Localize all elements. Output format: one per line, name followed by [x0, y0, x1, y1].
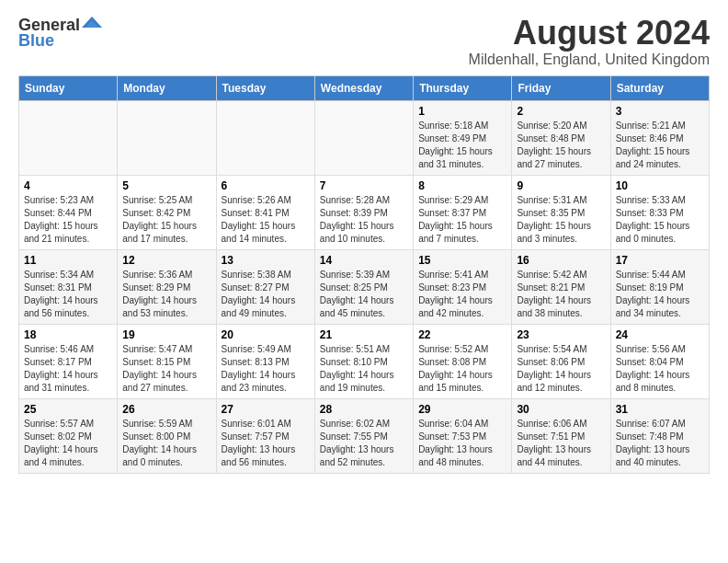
cell-details: Sunrise: 5:56 AM Sunset: 8:04 PM Dayligh… [616, 343, 704, 395]
calendar-cell: 21Sunrise: 5:51 AM Sunset: 8:10 PM Dayli… [314, 324, 413, 398]
cell-details: Sunrise: 6:02 AM Sunset: 7:55 PM Dayligh… [320, 418, 408, 469]
cell-details: Sunrise: 5:23 AM Sunset: 8:44 PM Dayligh… [24, 194, 112, 246]
cell-details: Sunrise: 6:01 AM Sunset: 7:57 PM Dayligh… [222, 418, 310, 469]
day-number: 28 [320, 403, 408, 416]
day-number: 3 [616, 105, 704, 118]
column-header-saturday: Saturday [610, 75, 709, 100]
cell-details: Sunrise: 5:57 AM Sunset: 8:02 PM Dayligh… [24, 418, 112, 469]
logo: General Blue [18, 15, 102, 51]
cell-details: Sunrise: 5:18 AM Sunset: 8:49 PM Dayligh… [418, 120, 506, 171]
cell-details: Sunrise: 5:34 AM Sunset: 8:31 PM Dayligh… [24, 269, 112, 320]
day-number: 14 [320, 254, 408, 267]
calendar-cell: 27Sunrise: 6:01 AM Sunset: 7:57 PM Dayli… [216, 398, 314, 473]
cell-details: Sunrise: 5:28 AM Sunset: 8:39 PM Dayligh… [320, 194, 408, 246]
calendar-cell: 23Sunrise: 5:54 AM Sunset: 8:06 PM Dayli… [512, 324, 610, 398]
cell-details: Sunrise: 5:25 AM Sunset: 8:42 PM Dayligh… [122, 194, 210, 246]
calendar-cell: 9Sunrise: 5:31 AM Sunset: 8:35 PM Daylig… [512, 175, 610, 249]
day-number: 23 [517, 328, 605, 341]
calendar-cell: 1Sunrise: 5:18 AM Sunset: 8:49 PM Daylig… [414, 100, 512, 175]
day-number: 20 [222, 328, 310, 341]
day-number: 27 [222, 403, 310, 416]
day-number: 9 [517, 179, 605, 192]
cell-details: Sunrise: 5:38 AM Sunset: 8:27 PM Dayligh… [222, 269, 310, 320]
cell-details: Sunrise: 6:06 AM Sunset: 7:51 PM Dayligh… [517, 418, 605, 469]
day-number: 4 [24, 179, 112, 192]
day-number: 31 [616, 403, 704, 416]
day-number: 29 [418, 403, 506, 416]
cell-details: Sunrise: 5:46 AM Sunset: 8:17 PM Dayligh… [24, 343, 112, 395]
cell-details: Sunrise: 5:29 AM Sunset: 8:37 PM Dayligh… [418, 194, 506, 246]
day-number: 10 [616, 179, 704, 192]
calendar-week-row: 11Sunrise: 5:34 AM Sunset: 8:31 PM Dayli… [19, 249, 710, 324]
day-number: 30 [517, 403, 605, 416]
day-number: 6 [222, 179, 310, 192]
logo-blue: Blue [18, 31, 54, 51]
calendar-cell [216, 100, 314, 175]
cell-details: Sunrise: 5:44 AM Sunset: 8:19 PM Dayligh… [616, 269, 704, 320]
calendar-cell: 16Sunrise: 5:42 AM Sunset: 8:21 PM Dayli… [512, 249, 610, 324]
column-header-wednesday: Wednesday [314, 75, 413, 100]
column-header-monday: Monday [118, 75, 216, 100]
calendar-cell: 2Sunrise: 5:20 AM Sunset: 8:48 PM Daylig… [512, 100, 610, 175]
cell-details: Sunrise: 6:04 AM Sunset: 7:53 PM Dayligh… [418, 418, 506, 469]
page-header: General Blue August 2024 Mildenhall, Eng… [18, 15, 710, 68]
cell-details: Sunrise: 5:52 AM Sunset: 8:08 PM Dayligh… [418, 343, 506, 395]
day-number: 26 [122, 403, 210, 416]
calendar-cell: 31Sunrise: 6:07 AM Sunset: 7:48 PM Dayli… [610, 398, 709, 473]
cell-details: Sunrise: 5:54 AM Sunset: 8:06 PM Dayligh… [517, 343, 605, 395]
calendar-cell: 8Sunrise: 5:29 AM Sunset: 8:37 PM Daylig… [414, 175, 512, 249]
day-number: 13 [222, 254, 310, 267]
column-header-tuesday: Tuesday [216, 75, 314, 100]
day-number: 24 [616, 328, 704, 341]
calendar-cell: 28Sunrise: 6:02 AM Sunset: 7:55 PM Dayli… [314, 398, 413, 473]
day-number: 16 [517, 254, 605, 267]
calendar-header-row: SundayMondayTuesdayWednesdayThursdayFrid… [19, 75, 710, 100]
day-number: 15 [418, 254, 506, 267]
day-number: 22 [418, 328, 506, 341]
calendar-cell: 12Sunrise: 5:36 AM Sunset: 8:29 PM Dayli… [118, 249, 216, 324]
day-number: 17 [616, 254, 704, 267]
calendar-cell: 4Sunrise: 5:23 AM Sunset: 8:44 PM Daylig… [19, 175, 118, 249]
calendar-cell: 29Sunrise: 6:04 AM Sunset: 7:53 PM Dayli… [414, 398, 512, 473]
cell-details: Sunrise: 5:31 AM Sunset: 8:35 PM Dayligh… [517, 194, 605, 246]
calendar-week-row: 4Sunrise: 5:23 AM Sunset: 8:44 PM Daylig… [19, 175, 710, 249]
page-subtitle: Mildenhall, England, United Kingdom [469, 52, 710, 68]
calendar-cell: 19Sunrise: 5:47 AM Sunset: 8:15 PM Dayli… [118, 324, 216, 398]
cell-details: Sunrise: 5:36 AM Sunset: 8:29 PM Dayligh… [122, 269, 210, 320]
calendar-cell: 18Sunrise: 5:46 AM Sunset: 8:17 PM Dayli… [19, 324, 118, 398]
calendar-cell: 17Sunrise: 5:44 AM Sunset: 8:19 PM Dayli… [610, 249, 709, 324]
cell-details: Sunrise: 5:59 AM Sunset: 8:00 PM Dayligh… [122, 418, 210, 469]
day-number: 2 [517, 105, 605, 118]
calendar-week-row: 1Sunrise: 5:18 AM Sunset: 8:49 PM Daylig… [19, 100, 710, 175]
day-number: 19 [122, 328, 210, 341]
calendar-table: SundayMondayTuesdayWednesdayThursdayFrid… [18, 75, 710, 474]
calendar-week-row: 18Sunrise: 5:46 AM Sunset: 8:17 PM Dayli… [19, 324, 710, 398]
column-header-friday: Friday [512, 75, 610, 100]
calendar-cell: 3Sunrise: 5:21 AM Sunset: 8:46 PM Daylig… [610, 100, 709, 175]
calendar-cell: 13Sunrise: 5:38 AM Sunset: 8:27 PM Dayli… [216, 249, 314, 324]
calendar-cell: 10Sunrise: 5:33 AM Sunset: 8:33 PM Dayli… [610, 175, 709, 249]
column-header-thursday: Thursday [414, 75, 512, 100]
cell-details: Sunrise: 5:39 AM Sunset: 8:25 PM Dayligh… [320, 269, 408, 320]
calendar-cell: 22Sunrise: 5:52 AM Sunset: 8:08 PM Dayli… [414, 324, 512, 398]
calendar-cell: 11Sunrise: 5:34 AM Sunset: 8:31 PM Dayli… [19, 249, 118, 324]
page-title: August 2024 [469, 15, 710, 52]
cell-details: Sunrise: 6:07 AM Sunset: 7:48 PM Dayligh… [616, 418, 704, 469]
logo-icon [82, 15, 102, 35]
calendar-cell: 15Sunrise: 5:41 AM Sunset: 8:23 PM Dayli… [414, 249, 512, 324]
calendar-cell: 14Sunrise: 5:39 AM Sunset: 8:25 PM Dayli… [314, 249, 413, 324]
cell-details: Sunrise: 5:20 AM Sunset: 8:48 PM Dayligh… [517, 120, 605, 171]
calendar-cell: 7Sunrise: 5:28 AM Sunset: 8:39 PM Daylig… [314, 175, 413, 249]
column-header-sunday: Sunday [19, 75, 118, 100]
calendar-cell: 6Sunrise: 5:26 AM Sunset: 8:41 PM Daylig… [216, 175, 314, 249]
day-number: 18 [24, 328, 112, 341]
cell-details: Sunrise: 5:41 AM Sunset: 8:23 PM Dayligh… [418, 269, 506, 320]
calendar-cell [314, 100, 413, 175]
calendar-cell [19, 100, 118, 175]
calendar-cell: 30Sunrise: 6:06 AM Sunset: 7:51 PM Dayli… [512, 398, 610, 473]
calendar-cell: 25Sunrise: 5:57 AM Sunset: 8:02 PM Dayli… [19, 398, 118, 473]
calendar-cell: 5Sunrise: 5:25 AM Sunset: 8:42 PM Daylig… [118, 175, 216, 249]
cell-details: Sunrise: 5:47 AM Sunset: 8:15 PM Dayligh… [122, 343, 210, 395]
cell-details: Sunrise: 5:26 AM Sunset: 8:41 PM Dayligh… [222, 194, 310, 246]
day-number: 5 [122, 179, 210, 192]
